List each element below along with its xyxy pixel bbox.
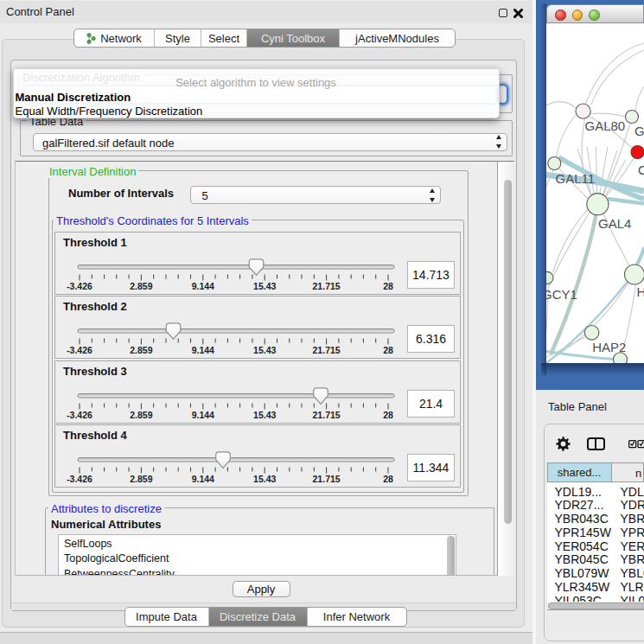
- svg-text:28: 28: [383, 410, 393, 420]
- svg-text:9.144: 9.144: [192, 281, 214, 291]
- svg-text:15.43: 15.43: [253, 345, 276, 355]
- svg-text:C: C: [638, 163, 644, 177]
- svg-text:9.144: 9.144: [192, 345, 214, 355]
- svg-text:2.859: 2.859: [130, 281, 152, 291]
- svg-text:28: 28: [383, 345, 393, 355]
- svg-text:21.715: 21.715: [313, 281, 341, 291]
- svg-text:2.859: 2.859: [130, 345, 152, 355]
- svg-text:28: 28: [383, 281, 393, 291]
- svg-text:-3.426: -3.426: [67, 345, 92, 355]
- svg-text:GCY1: GCY1: [546, 287, 577, 302]
- svg-text:15.43: 15.43: [253, 474, 276, 484]
- svg-text:-3.426: -3.426: [67, 410, 92, 420]
- svg-text:GAL11: GAL11: [556, 171, 596, 186]
- svg-text:21.715: 21.715: [313, 345, 341, 355]
- svg-text:-3.426: -3.426: [67, 281, 92, 291]
- svg-text:9.144: 9.144: [192, 410, 214, 420]
- svg-text:GAL4: GAL4: [598, 216, 631, 231]
- svg-text:21.715: 21.715: [313, 474, 341, 484]
- svg-text:28: 28: [383, 474, 393, 484]
- svg-text:H: H: [637, 284, 644, 299]
- svg-text:-3.426: -3.426: [67, 474, 92, 484]
- svg-text:15.43: 15.43: [253, 410, 276, 420]
- svg-text:21.715: 21.715: [313, 410, 341, 420]
- svg-text:15.43: 15.43: [253, 281, 276, 291]
- svg-text:2.859: 2.859: [130, 474, 152, 484]
- svg-text:GA: GA: [634, 124, 644, 138]
- svg-text:9.144: 9.144: [192, 474, 214, 484]
- svg-text:HAP2: HAP2: [592, 340, 626, 354]
- svg-text:2.859: 2.859: [130, 410, 152, 420]
- svg-text:GAL80: GAL80: [585, 118, 626, 133]
